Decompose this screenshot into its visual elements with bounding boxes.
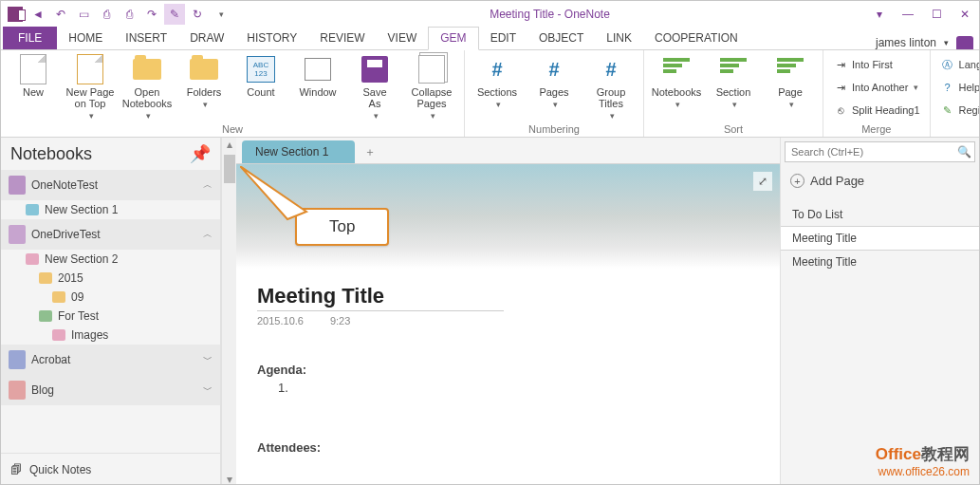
section-tab-active[interactable]: New Section 1	[242, 140, 355, 163]
search-box[interactable]: 🔍	[785, 141, 975, 162]
group-new: New New Page on Top Open Notebooks Folde…	[1, 50, 465, 137]
page-canvas[interactable]: ⤢ Top Meeting Title 2015.10.6 9:23 Agend…	[236, 164, 780, 485]
page-list-item[interactable]: Meeting Title	[781, 226, 979, 251]
open-notebooks-button[interactable]: Open Notebooks	[120, 52, 174, 121]
print-icon[interactable]: ⎙	[96, 4, 117, 25]
tab-insert[interactable]: INSERT	[114, 28, 178, 49]
tab-file[interactable]: FILE	[3, 27, 57, 49]
notebook-item[interactable]: OneDriveTest︿	[1, 219, 220, 250]
onenote-icon	[5, 4, 26, 25]
section-tabs: New Section 1 ＋	[236, 138, 780, 164]
sort-page-button[interactable]: Page	[764, 52, 817, 109]
save-as-button[interactable]: Save As	[348, 52, 401, 121]
section-item[interactable]: Images	[1, 326, 220, 345]
page-list-item[interactable]: Meeting Title	[781, 251, 979, 273]
tab-link[interactable]: LINK	[595, 28, 643, 49]
sections-button[interactable]: #Sections	[471, 52, 524, 109]
window-title: Meeting Title - OneNote	[490, 8, 610, 21]
sort-section-button[interactable]: Section	[707, 52, 760, 109]
chevron-icon[interactable]: ﹀	[203, 353, 213, 366]
group-label-merge: Merge	[829, 121, 924, 137]
tab-review[interactable]: REVIEW	[308, 28, 376, 49]
scrollbar-thumb[interactable]	[224, 155, 235, 183]
page-list-item[interactable]: To Do List	[781, 203, 979, 226]
notebook-icon	[9, 350, 26, 369]
quick-access-toolbar: ◄ ↶ ▭ ⎙ ⎙ ↷ ✎ ↻	[5, 4, 231, 25]
maximize-icon[interactable]: ☐	[926, 4, 947, 25]
help-button[interactable]: ?Help	[936, 77, 980, 98]
section-item[interactable]: New Section 1	[1, 200, 220, 219]
tab-gem[interactable]: GEM	[428, 27, 478, 50]
register-button[interactable]: ✎Register	[936, 100, 980, 121]
highlight-icon[interactable]: ✎	[164, 4, 185, 25]
add-section-button[interactable]: ＋	[359, 140, 381, 163]
collapse-pages-button[interactable]: Collapse Pages	[405, 52, 458, 121]
agenda-item[interactable]: 1.	[278, 381, 759, 395]
refresh-icon[interactable]: ↻	[187, 4, 208, 25]
chevron-icon[interactable]: ﹀	[203, 383, 213, 397]
printpreview-icon[interactable]: ⎙	[119, 4, 139, 25]
chevron-icon[interactable]: ︿	[203, 178, 213, 192]
add-page-button[interactable]: + Add Page	[781, 166, 979, 196]
section-icon	[39, 272, 52, 284]
watermark: Office教程网 www.office26.com	[876, 443, 970, 478]
notebook-item[interactable]: Blog﹀	[1, 375, 220, 405]
section-item[interactable]: 09	[1, 288, 220, 307]
minimize-icon[interactable]: —	[897, 4, 918, 25]
notebook-item[interactable]: Acrobat﹀	[1, 345, 220, 375]
tab-cooperation[interactable]: COOPERATION	[643, 28, 749, 49]
page-title[interactable]: Meeting Title	[257, 284, 504, 311]
folders-button[interactable]: Folders	[177, 52, 231, 109]
close-icon[interactable]: ✕	[954, 4, 975, 25]
tab-edit[interactable]: EDIT	[479, 28, 527, 49]
attendees-heading[interactable]: Attendees:	[257, 440, 759, 455]
section-icon	[39, 310, 52, 322]
section-item[interactable]: New Section 2	[1, 250, 220, 269]
group-gem: ⒶLanguage ?Help ✎Register ✦About Gem	[931, 50, 980, 137]
section-label: 2015	[58, 271, 83, 285]
notebooks-header: Notebooks 📌	[1, 138, 220, 170]
group-titles-button[interactable]: #Group Titles	[584, 52, 638, 121]
notebook-item[interactable]: OneNoteTest︿	[1, 170, 220, 200]
into-another-button[interactable]: ⇥Into Another	[829, 77, 924, 98]
pin-icon[interactable]: 📌	[190, 143, 211, 164]
back-icon[interactable]: ◄	[28, 4, 48, 25]
dock-icon[interactable]: ▭	[73, 4, 94, 25]
tab-object[interactable]: OBJECT	[527, 28, 595, 49]
search-input[interactable]	[785, 141, 975, 162]
notebooks-scrollbar[interactable]: ▴ ▾	[221, 138, 236, 485]
language-button[interactable]: ⒶLanguage	[936, 54, 980, 75]
redo-icon[interactable]: ↷	[141, 4, 162, 25]
notebook-label: Acrobat	[31, 353, 70, 366]
split-heading1-button[interactable]: ⎋Split Heading1	[829, 100, 924, 121]
section-item[interactable]: 2015	[1, 269, 220, 288]
section-icon	[26, 204, 39, 215]
window-button[interactable]: Window	[291, 52, 344, 98]
page-panel: 🔍 + Add Page To Do ListMeeting TitleMeet…	[780, 138, 979, 485]
sort-notebooks-button[interactable]: Notebooks	[650, 52, 703, 109]
section-item[interactable]: For Test	[1, 307, 220, 326]
count-button[interactable]: ABC123Count	[234, 52, 287, 98]
notebook-label: OneNoteTest	[31, 178, 98, 192]
user-area[interactable]: james linton ▾	[876, 36, 979, 49]
new-page-on-top-button[interactable]: New Page on Top	[64, 52, 117, 121]
notebooks-panel: Notebooks 📌 OneNoteTest︿New Section 1One…	[1, 138, 221, 485]
qat-more-icon[interactable]	[210, 4, 231, 25]
notebook-label: OneDriveTest	[31, 228, 101, 241]
tab-draw[interactable]: DRAW	[178, 28, 235, 49]
chevron-icon[interactable]: ︿	[203, 228, 213, 241]
notebook-label: Blog	[31, 383, 54, 397]
ribbon-options-icon[interactable]: ▾	[869, 4, 890, 25]
tab-view[interactable]: VIEW	[377, 28, 429, 49]
page-list: To Do ListMeeting TitleMeeting Title	[781, 203, 979, 273]
tab-home[interactable]: HOME	[57, 28, 114, 49]
pages-button[interactable]: #Pages	[527, 52, 581, 109]
undo-icon[interactable]: ↶	[50, 4, 71, 25]
new-button[interactable]: New	[7, 52, 60, 98]
quick-notes-button[interactable]: 🗐 Quick Notes	[1, 453, 220, 485]
into-first-button[interactable]: ⇥Into First	[829, 54, 924, 75]
tab-history[interactable]: HISTORY	[235, 28, 308, 49]
section-label: New Section 2	[45, 252, 118, 266]
search-icon[interactable]: 🔍	[957, 145, 971, 159]
agenda-heading[interactable]: Agenda:	[257, 363, 759, 377]
